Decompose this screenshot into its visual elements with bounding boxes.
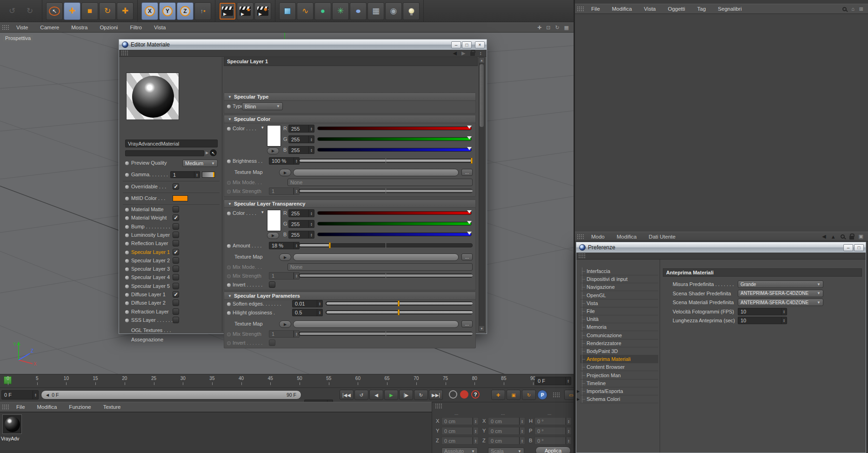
value-slider[interactable]	[299, 189, 473, 193]
spinner-icon[interactable]: ▲▼	[194, 172, 200, 178]
value-slider[interactable]	[299, 159, 473, 163]
slider-handle[interactable]	[398, 300, 400, 306]
object-manager-menu-modifica[interactable]: Modifica	[606, 6, 638, 12]
coord-value-field[interactable]: 0 °▲▼	[534, 437, 572, 445]
render-view-button[interactable]	[219, 2, 236, 20]
channel-value-field[interactable]: 255▲▼	[288, 209, 314, 217]
scale-tool[interactable]: ■	[81, 2, 98, 20]
anim-dot-icon[interactable]	[227, 181, 231, 185]
anim-dot-icon[interactable]	[125, 251, 129, 254]
value-field[interactable]: 18 %▲▼	[269, 242, 300, 249]
spinner-icon[interactable]: ▲▼	[317, 309, 322, 316]
apply-button[interactable]: Applica	[535, 446, 571, 453]
coord-value-field[interactable]: 0 cm▲▼	[488, 417, 525, 425]
anim-dot-icon[interactable]	[125, 216, 129, 220]
spinner-icon[interactable]: ▲▼	[566, 418, 571, 425]
scrollbar-thumb[interactable]	[480, 64, 484, 127]
panel-divider[interactable]	[222, 57, 222, 332]
material-slot-field[interactable]	[125, 150, 204, 156]
texture-browse-button[interactable]: ...	[461, 169, 473, 176]
mix-mode-dropdown[interactable]: None	[287, 179, 473, 186]
material-manager[interactable]: VrayAdv	[0, 412, 432, 453]
anim-dot-icon[interactable]	[125, 259, 129, 263]
slider-handle[interactable]	[398, 309, 400, 315]
anim-dot-icon[interactable]	[125, 242, 129, 246]
object-manager-menu-tag[interactable]: Tag	[691, 6, 712, 12]
menubar-grip[interactable]	[2, 404, 9, 410]
collapse-triangle-icon[interactable]: ▼	[228, 294, 232, 298]
collapse-triangle-icon[interactable]: ▼	[228, 95, 232, 99]
pref-sidebar-item-timeline[interactable]: Timeline	[580, 380, 658, 387]
pref-sidebar-item-content-browser[interactable]: Content Browser	[580, 363, 658, 371]
nav-forward-icon[interactable]: ▶	[461, 50, 465, 56]
spinner-icon[interactable]: ▲▼	[519, 418, 525, 425]
material-name-field[interactable]: VrayAdvancedMaterial	[125, 140, 218, 147]
value-field[interactable]: 100 %▲▼	[269, 157, 300, 165]
undo-icon[interactable]: ↺	[4, 2, 20, 20]
autokey-icon[interactable]	[449, 390, 457, 399]
panel-grip[interactable]	[435, 403, 442, 409]
channel-value-field[interactable]: 255▲▼	[288, 146, 314, 154]
channel-gradient-slider[interactable]	[317, 222, 472, 226]
channel-value-field[interactable]: 255▲▼	[288, 220, 314, 228]
loop-mode-button[interactable]: ↻	[414, 390, 428, 400]
anim-dot-icon[interactable]	[125, 267, 129, 271]
channel-checkbox[interactable]	[173, 283, 179, 289]
collapse-triangle-icon[interactable]: ▼	[228, 117, 232, 121]
preferences-titlebar[interactable]: Preferenze –□	[576, 242, 866, 253]
home-icon[interactable]: ⌂	[851, 6, 855, 12]
channel-checkbox[interactable]: ✓	[173, 291, 179, 298]
pref-sidebar-item-memoria[interactable]: Memoria	[580, 323, 658, 331]
value-field[interactable]: 1▲▼	[269, 330, 300, 338]
pref-sidebar-item-opengl[interactable]: OpenGL	[580, 292, 658, 300]
material-manager-menu-file[interactable]: File	[10, 404, 31, 410]
material-editor-titlebar[interactable]: Editor Materiale –□×	[119, 40, 487, 50]
viewport-menu-vista[interactable]: Vista	[148, 25, 172, 30]
pref-number-field[interactable]: 10▲▼	[738, 317, 787, 324]
color-swatch[interactable]	[267, 210, 281, 231]
color-expand-icon[interactable]: ▾	[261, 210, 264, 214]
coord-value-field[interactable]: 0 cm▲▼	[441, 417, 479, 425]
max-frame-field[interactable]: 0 F▲▼	[535, 377, 571, 385]
section-header[interactable]: ▼Specular Color	[224, 115, 475, 123]
preview-range-scrubber[interactable]: ◀0 F 90 F	[41, 390, 301, 400]
spinner-icon[interactable]: ▲▼	[308, 136, 314, 143]
overridable-checkbox[interactable]: ✓	[173, 183, 179, 190]
menubar-grip[interactable]	[577, 6, 584, 12]
anim-dot-icon[interactable]	[125, 208, 129, 212]
anim-dot-icon[interactable]	[125, 293, 129, 297]
record-rotation-icon[interactable]: ↻	[522, 390, 536, 400]
channel-checkbox[interactable]	[173, 257, 179, 264]
anim-dot-icon[interactable]	[227, 283, 231, 287]
pan-icon[interactable]: ✚	[537, 25, 541, 31]
viewport-view-label[interactable]: Prospettiva	[3, 35, 33, 41]
scroll-down-icon[interactable]: ▼	[479, 326, 484, 331]
object-manager[interactable]	[575, 14, 868, 232]
viewport-menu-filtro[interactable]: Filtro	[124, 25, 148, 30]
value-field[interactable]: 1▲▼	[269, 272, 300, 280]
toggle-view-icon[interactable]: ▦	[564, 25, 569, 31]
attribute-manager-menu-modo[interactable]: Modo	[585, 234, 611, 240]
slot-expand-icon[interactable]: ▶	[206, 151, 208, 155]
value-slider[interactable]	[299, 273, 473, 278]
channel-gradient-slider[interactable]	[317, 233, 472, 236]
expand-triangle-icon[interactable]: ▶	[577, 389, 580, 393]
pref-sidebar-item-file[interactable]: File	[580, 307, 658, 315]
channel-gradient-slider[interactable]	[317, 137, 472, 141]
texture-map-field[interactable]	[293, 253, 459, 261]
menubar-grip[interactable]	[577, 234, 584, 240]
coord-value-field[interactable]: 0 cm▲▼	[441, 437, 479, 445]
anim-dot-icon[interactable]	[125, 301, 129, 305]
channel-checkbox[interactable]	[173, 206, 179, 213]
pref-sidebar-item-projection-man[interactable]: Projection Man	[580, 372, 658, 380]
coord-value-field[interactable]: 0 cm▲▼	[488, 437, 525, 445]
anim-dot-icon[interactable]	[227, 190, 231, 193]
anim-dot-icon[interactable]	[227, 212, 231, 215]
add-spline-button[interactable]: ∿	[297, 2, 314, 20]
anim-dot-icon[interactable]	[125, 225, 129, 229]
add-cube-object-button[interactable]	[279, 2, 296, 20]
channel-gradient-slider[interactable]	[317, 211, 472, 215]
pref-sidebar-item-bodypaint-3d[interactable]: BodyPaint 3D	[580, 347, 658, 355]
grip-dots[interactable]	[121, 50, 128, 56]
scroll-up-icon[interactable]: ▲	[479, 58, 484, 63]
